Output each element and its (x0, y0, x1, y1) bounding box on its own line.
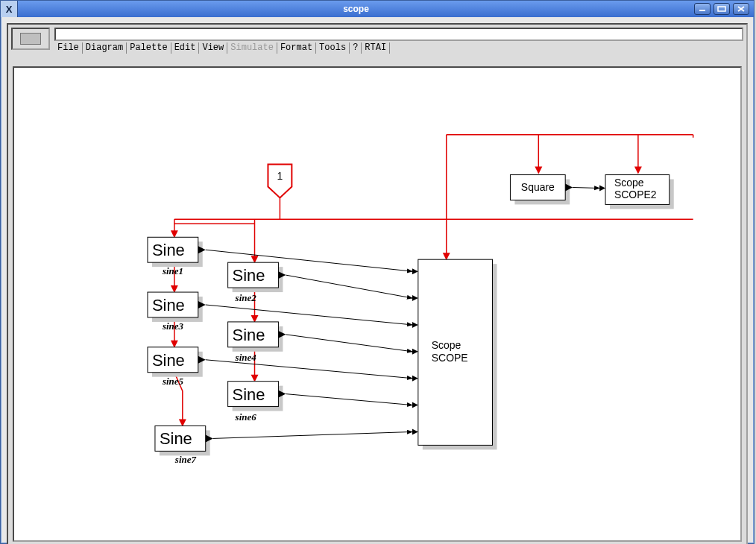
menu-file[interactable]: File (54, 42, 83, 54)
menubar: File Diagram Palette Edit View Simulate … (54, 42, 743, 54)
svg-rect-0 (699, 10, 705, 11)
toolbar: File Diagram Palette Edit View Simulate … (8, 25, 746, 54)
maximize-button[interactable] (714, 3, 730, 15)
svg-text:Sine: Sine (152, 241, 185, 259)
menu-rtai[interactable]: RTAI (362, 42, 390, 54)
sine6-caption: sine6 (235, 411, 257, 423)
menu-simulate: Simulate (227, 42, 277, 54)
scope2-line1: Scope (614, 177, 644, 189)
scope2-block[interactable]: Scope SCOPE2 (599, 175, 674, 209)
svg-marker-6 (412, 322, 418, 328)
menu-view[interactable]: View (199, 42, 227, 54)
scope2-line2: SCOPE2 (614, 189, 657, 200)
svg-text:Sine: Sine (233, 326, 265, 344)
square-block[interactable]: Square (510, 175, 573, 205)
minimize-button[interactable] (694, 3, 711, 15)
sine5-block[interactable]: Sine (148, 347, 206, 377)
menu-format[interactable]: Format (277, 42, 316, 54)
sine4-caption: sine4 (235, 352, 257, 363)
svg-text:Sine: Sine (233, 266, 265, 285)
path-input[interactable] (54, 28, 743, 41)
clock-label: 1 (277, 170, 283, 182)
svg-marker-5 (412, 295, 418, 301)
svg-marker-9 (412, 402, 418, 408)
scope-line1: Scope (432, 339, 462, 351)
diagram-svg: 1 (14, 68, 740, 540)
scope-main-block[interactable]: Scope SCOPE (412, 259, 497, 449)
svg-marker-7 (412, 349, 418, 355)
sine7-caption: sine7 (174, 454, 197, 465)
sine1-block[interactable]: Sine (148, 237, 206, 267)
window-title: scope (18, 4, 694, 14)
svg-text:Sine: Sine (233, 385, 265, 404)
close-button[interactable] (733, 3, 749, 15)
system-menu-icon[interactable]: X (1, 1, 18, 17)
diagram-canvas[interactable]: 1 (13, 66, 742, 542)
svg-marker-10 (412, 428, 418, 434)
sine1-caption: sine1 (162, 265, 183, 276)
sine3-block[interactable]: Sine (148, 292, 206, 322)
system-menu-glyph: X (6, 4, 13, 15)
svg-marker-4 (412, 268, 418, 274)
clock-block[interactable]: 1 (268, 165, 292, 198)
svg-text:Sine: Sine (152, 351, 185, 370)
svg-marker-8 (412, 376, 418, 382)
svg-rect-1 (718, 7, 725, 11)
menu-palette[interactable]: Palette (127, 42, 171, 54)
square-label: Square (521, 181, 555, 193)
sine4-block[interactable]: Sine (228, 322, 286, 352)
menu-tools[interactable]: Tools (316, 42, 350, 54)
sine5-caption: sine5 (162, 376, 184, 387)
menu-diagram[interactable]: Diagram (83, 42, 127, 54)
window-controls (694, 3, 754, 15)
sine3-caption: sine3 (162, 320, 184, 332)
sine6-block[interactable]: Sine (228, 382, 286, 411)
svg-marker-16 (599, 186, 605, 192)
scope-line2: SCOPE (432, 352, 468, 364)
menu-edit[interactable]: Edit (171, 42, 200, 54)
application-window: X scope File Diagram (0, 0, 755, 544)
menu-help[interactable]: ? (350, 42, 362, 54)
titlebar: X scope (1, 1, 754, 17)
svg-text:Sine: Sine (152, 296, 185, 314)
svg-text:Sine: Sine (160, 429, 192, 448)
sine2-caption: sine2 (235, 292, 257, 303)
color-swatch-inner (20, 33, 41, 45)
color-swatch[interactable] (11, 28, 50, 50)
sine7-block[interactable]: Sine (155, 426, 213, 455)
client-area: File Diagram Palette Edit View Simulate … (7, 23, 748, 544)
sine2-block[interactable]: Sine (228, 262, 286, 292)
